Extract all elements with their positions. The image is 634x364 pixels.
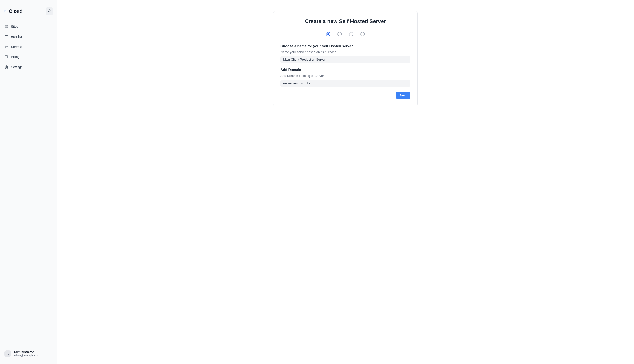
domain-section: Add Domain Add Domain pointing to Server [281,68,410,87]
step-connector [353,34,360,34]
server-name-subtext: Name your server based on its purpose [281,50,410,54]
svg-rect-4 [5,26,8,28]
step-connector [342,34,349,34]
user-info: Administrator admin@example.com [14,350,39,357]
receipt-icon [5,55,8,59]
sidebar-footer[interactable]: A Administrator admin@example.com [0,346,57,361]
sidebar-item-settings[interactable]: Settings [2,62,55,72]
sidebar-item-label: Sites [11,25,18,28]
step-3[interactable] [349,32,353,36]
svg-rect-6 [5,36,8,38]
gear-icon [5,65,8,69]
server-name-input[interactable] [281,56,410,63]
step-1[interactable] [326,32,330,36]
sidebar-item-label: Settings [11,65,23,69]
domain-heading: Add Domain [281,68,410,72]
logo[interactable]: Cloud [4,8,23,14]
avatar-initial: A [7,352,9,356]
create-server-card: Create a new Self Hosted Server Choose a… [273,11,417,106]
step-2[interactable] [337,32,342,36]
page-title: Create a new Self Hosted Server [281,18,410,24]
svg-point-14 [6,66,7,68]
actions: Next [281,92,410,99]
server-name-heading: Choose a name for your Self Hosted serve… [281,44,410,48]
sidebar-item-sites[interactable]: Sites [2,22,55,31]
search-icon [48,9,51,14]
sidebar-header: Cloud [0,4,57,19]
main-content: Create a new Self Hosted Server Choose a… [57,0,634,364]
sidebar-item-servers[interactable]: Servers [2,42,55,52]
sidebar-item-label: Billing [11,55,20,59]
avatar: A [4,350,12,358]
sidebar-item-label: Benches [11,35,23,38]
domain-subtext: Add Domain pointing to Server [281,74,410,78]
browser-icon [5,24,8,28]
server-icon [5,45,8,49]
sidebar-item-label: Servers [11,45,22,48]
user-email: admin@example.com [14,354,39,357]
svg-line-3 [50,12,51,12]
user-name: Administrator [14,350,39,354]
sidebar-item-benches[interactable]: Benches [2,32,55,41]
stepper [281,32,410,36]
brand-text: Cloud [9,8,23,14]
search-button[interactable] [46,8,53,15]
logo-icon [4,10,7,13]
sidebar-item-billing[interactable]: Billing [2,52,55,62]
step-connector [330,34,337,34]
server-name-section: Choose a name for your Self Hosted serve… [281,44,410,63]
domain-input[interactable] [281,80,410,87]
columns-icon [5,35,8,39]
svg-point-12 [6,48,6,48]
sidebar-nav: Sites Benches [0,19,57,74]
step-4[interactable] [360,32,365,36]
svg-point-11 [6,46,6,46]
next-button[interactable]: Next [396,92,410,99]
svg-point-2 [48,10,50,12]
sidebar: Cloud Sites [0,0,57,364]
